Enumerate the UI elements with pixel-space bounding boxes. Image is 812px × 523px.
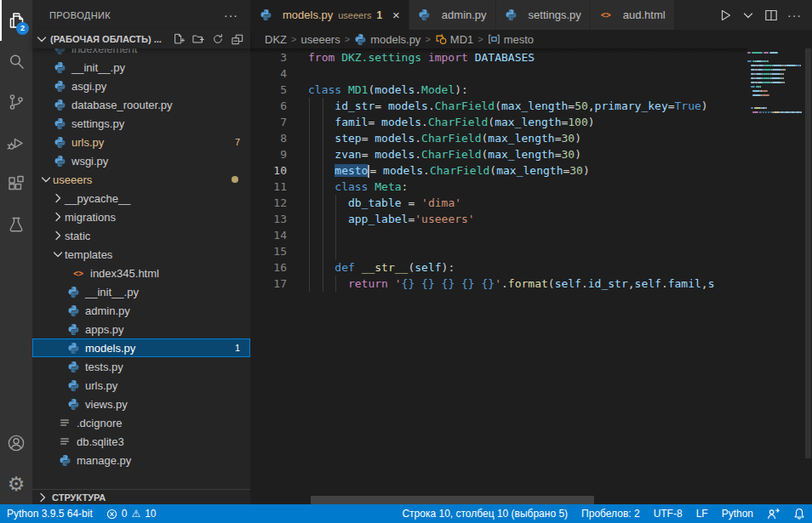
scrollbar-slider[interactable] [805,48,811,458]
tree-item-index345-html[interactable]: <>index345.html [32,264,250,282]
code-line-6[interactable]: 6 id_str= models.CharField(max_length=50… [250,98,747,114]
breadcrumb-item-md1[interactable]: MD1 [435,33,473,46]
tree-item-init-py[interactable]: __init__.py [32,282,250,301]
status-indentation[interactable]: Пробелов: 2 [575,504,647,523]
tree-item-useeers[interactable]: useeers [32,170,250,189]
run-dropdown-button[interactable] [741,9,755,22]
status-python-version[interactable]: Python 3.9.5 64-bit [0,504,100,523]
line-number[interactable]: 9 [250,146,308,162]
tree-item-pycache[interactable]: __pycache__ [32,189,250,207]
code-line-7[interactable]: 7 famil= models.CharField(max_length=100… [250,114,747,130]
line-number[interactable]: 8 [250,130,308,146]
explorer-action-new-file[interactable] [173,33,185,45]
activity-item-account[interactable] [0,423,32,463]
tree-item-asgi-py[interactable]: asgi.py [32,77,250,95]
code-editor[interactable]: 3from DKZ.settings import DATABASES45cla… [250,48,747,504]
activity-item-explorer[interactable]: 2 [0,0,32,41]
outline-section-header[interactable]: СТРУКТУРА [32,489,250,504]
close-icon[interactable]: × [392,9,400,21]
breadcrumb-item-dkz[interactable]: DKZ [265,33,287,46]
tree-item-database-roouter-py[interactable]: database_roouter.py [32,95,250,114]
breadcrumb-label: models.py [370,33,420,46]
line-number[interactable]: 6 [250,98,308,114]
tab-aud-html[interactable]: <>aud.html [591,0,675,30]
code-line-12[interactable]: 12 db_table = 'dima' [250,195,747,211]
tree-item-static[interactable]: static [32,226,250,245]
code-line-9[interactable]: 9 zvan= models.CharField(max_length=30) [250,146,747,162]
line-number[interactable]: 11 [250,179,308,195]
code-line-3[interactable]: 3from DKZ.settings import DATABASES [250,49,747,65]
tab-admin-py[interactable]: admin.py [409,0,496,30]
explorer-action-collapse-all[interactable] [232,33,243,45]
explorer-action-refresh[interactable] [212,33,224,45]
tree-item-urls-py[interactable]: urls.py7 [32,133,250,151]
line-number[interactable]: 14 [250,227,308,243]
line-number[interactable]: 15 [250,243,308,259]
code-line-16[interactable]: 16 def __str__(self): [250,259,747,276]
status-problems[interactable]: 0⚠10 [100,504,163,523]
horizontal-scrollbar[interactable] [311,496,594,504]
activity-item-extensions[interactable] [0,163,32,204]
code-line-13[interactable]: 13 app_label='useeers' [250,211,747,227]
more-actions-button[interactable]: ··· [787,9,802,22]
tree-item-views-py[interactable]: views.py [32,395,250,413]
line-number[interactable]: 12 [250,195,308,211]
minimap[interactable] [747,48,804,504]
more-actions-icon[interactable]: ··· [224,9,238,22]
tree-item-apps-py[interactable]: apps.py [32,320,250,338]
tree-item-settings-py[interactable]: settings.py [32,114,250,133]
tree-item-models-py[interactable]: models.py1 [32,338,250,357]
activity-item-settings[interactable]: ⚙ [0,463,32,504]
line-number[interactable]: 16 [250,259,308,276]
workspace-section-header[interactable]: (РАБОЧАЯ ОБЛАСТЬ) ... [32,30,250,48]
code-line-11[interactable]: 11 class Meta: [250,179,747,195]
run-file-button[interactable] [718,9,732,22]
line-number[interactable]: 7 [250,114,308,130]
tree-item-db-sqlite3[interactable]: db.sqlite3 [32,432,250,451]
activity-item-source-control[interactable] [0,82,32,122]
tree-item-init-py[interactable]: __init__.py [32,58,250,77]
tree-item-urls-py[interactable]: urls.py [32,376,250,395]
status-eol[interactable]: LF [689,504,715,523]
status-notifications[interactable] [786,504,812,523]
line-number[interactable]: 4 [250,65,308,82]
breadcrumb-item-models-py[interactable]: models.py [354,33,420,46]
tab-settings-py[interactable]: settings.py [496,0,591,30]
code-line-17[interactable]: 17 return '{} {} {} {} {}'.format(self.i… [250,276,747,292]
tree-item-indexelement[interactable]: indexelement [32,48,250,58]
tab-models-py[interactable]: models.pyuseeers1× [250,0,409,30]
line-number[interactable]: 10 [250,162,308,179]
new-file-icon [173,33,185,45]
line-number[interactable]: 17 [250,276,308,292]
tree-item-tests-py[interactable]: tests.py [32,357,250,376]
line-number[interactable]: 13 [250,211,308,227]
status-feedback[interactable] [760,504,786,523]
status-encoding[interactable]: UTF-8 [647,504,689,523]
tree-item-templates[interactable]: templates [32,245,250,264]
list-icon [59,435,71,447]
status-language-mode[interactable]: Python [715,504,760,523]
code-line-10[interactable]: 10 mesto= models.CharField(max_length=30… [250,162,747,179]
code-line-4[interactable]: 4 [250,65,747,82]
vertical-scrollbar[interactable] [804,48,812,504]
tree-item-admin-py[interactable]: admin.py [32,301,250,320]
activity-item-search[interactable] [0,41,32,82]
activity-item-testing[interactable] [0,204,32,245]
tree-item-wsgi-py[interactable]: wsgi.py [32,151,250,170]
activity-item-run-debug[interactable] [0,122,32,163]
code-line-14[interactable]: 14 [250,227,747,243]
tree-item-dcignore[interactable]: .dcignore [32,413,250,432]
tree-item-label: __init__.py [85,286,139,298]
status-cursor-position[interactable]: Строка 10, столбец 10 (выбрано 5) [395,504,575,523]
explorer-action-new-folder[interactable] [192,33,204,45]
line-number[interactable]: 5 [250,82,308,98]
line-number[interactable]: 3 [250,49,308,65]
tree-item-migrations[interactable]: migrations [32,207,250,226]
split-editor-button[interactable] [764,9,778,22]
code-line-15[interactable]: 15 [250,243,747,259]
breadcrumb-item-useeers[interactable]: useeers [300,33,340,46]
tree-item-manage-py[interactable]: manage.py [32,451,250,469]
breadcrumb-item-mesto[interactable]: mesto [488,33,534,46]
code-line-8[interactable]: 8 step= models.CharField(max_length=30) [250,130,747,146]
code-line-5[interactable]: 5class MD1(models.Model): [250,82,747,98]
